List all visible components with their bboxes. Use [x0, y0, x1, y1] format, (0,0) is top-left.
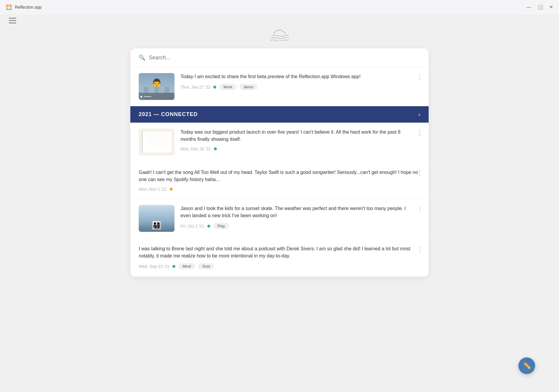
entry-3-meta: Mon, Nov 1 '21 [139, 187, 419, 192]
new-entry-fab[interactable]: ✏️ [518, 357, 535, 374]
entry-2-dots [419, 129, 420, 136]
entry-2-date: Mon, Dec 20 '21 [180, 146, 211, 151]
entry-4-date: Fri, Oct 1 '21 [180, 224, 204, 229]
hamburger-menu[interactable] [9, 18, 16, 23]
journal-card: 🔍 👨 ▶ ━━━━ [130, 48, 429, 277]
entry-1-content: Today I am excited to share the first be… [180, 73, 413, 90]
search-icon: 🔍 [139, 54, 145, 61]
entry-3-dots [419, 169, 420, 176]
journal-entry-3[interactable]: Gaah! I can't get the song All Too Well … [130, 162, 429, 199]
entry-4-content: Jason and I took the kids for a sunset s… [180, 205, 413, 229]
entry-5-dots [419, 245, 420, 252]
fab-icon: ✏️ [523, 362, 531, 370]
close-button[interactable]: ✕ [549, 5, 553, 10]
entry-3-content: Gaah! I can't get the song All Too Well … [139, 169, 419, 192]
entry-5-date: Wed, Sep 15 '21 [139, 264, 169, 269]
entry-3-text: Gaah! I can't get the song All Too Well … [139, 169, 419, 183]
hamburger-line-1 [9, 18, 16, 18]
journal-entry-1[interactable]: 👨 ▶ ━━━━ Today I am excited to share the… [130, 67, 429, 106]
entry-1-thumb-controls: ▶ ━━━━ [139, 93, 175, 100]
entry-5-meta: Wed, Sep 15 '21 Mind Soul [139, 263, 419, 269]
entry-1-dots [419, 73, 420, 80]
app-title: Reflection.app [15, 5, 42, 10]
title-bar-left: 🌅 Reflection.app [6, 4, 42, 10]
entry-3-inner: Gaah! I can't get the song All Too Well … [139, 169, 420, 192]
entry-1-tag-demo[interactable]: demo [240, 84, 258, 90]
entry-2-text: Today was our biggest product launch in … [180, 129, 413, 143]
entry-1-thumbnail: 👨 ▶ ━━━━ [139, 73, 175, 100]
entry-5-dot [172, 265, 175, 268]
maximize-button[interactable]: ⬜ [537, 5, 543, 10]
entry-5-inner: I was talking to Brene last night and sh… [139, 245, 420, 269]
search-input[interactable] [149, 55, 420, 61]
entry-1-dot [213, 86, 216, 89]
section-2021-title: 2021 — CONNECTED [139, 111, 198, 118]
entry-3-dot [170, 188, 173, 191]
section-2021-chevron: › [418, 111, 420, 118]
hamburger-line-3 [9, 23, 16, 23]
entry-2-dot [214, 147, 217, 150]
main-wrapper: 🔍 👨 ▶ ━━━━ [0, 14, 559, 392]
app-logo [268, 23, 291, 41]
minimize-button[interactable]: — [526, 5, 531, 10]
app-icon: 🌅 [6, 4, 12, 10]
entry-4-tag-play[interactable]: Play [213, 223, 229, 229]
entry-1-thumb-strip [139, 87, 175, 93]
journal-entry-5[interactable]: I was talking to Brene last night and sh… [130, 238, 429, 277]
entry-1-date: Thur, Jan 27 '22 [180, 85, 210, 89]
entry-4-text: Jason and I took the kids for a sunset s… [180, 205, 413, 219]
entry-2-content: Today was our biggest product launch in … [180, 129, 413, 151]
entry-1-meta: Thur, Jan 27 '22 Work demo [180, 84, 413, 90]
entry-3-date: Mon, Nov 1 '21 [139, 187, 167, 192]
entry-5-content: I was talking to Brene last night and sh… [139, 245, 419, 269]
entry-4-meta: Fri, Oct 1 '21 Play [180, 223, 413, 229]
section-2021-header[interactable]: 2021 — CONNECTED › [130, 106, 429, 123]
entry-2-meta: Mon, Dec 20 '21 [180, 146, 413, 151]
entry-5-text: I was talking to Brene last night and sh… [139, 245, 419, 260]
journal-entry-4[interactable]: Jason and I took the kids for a sunset s… [130, 199, 429, 238]
logo-area [268, 23, 291, 41]
entry-5-tag-mind[interactable]: Mind [178, 263, 195, 269]
entry-1-text: Today I am excited to share the first be… [180, 73, 413, 80]
entry-5-tag-soul[interactable]: Soul [198, 263, 214, 269]
hamburger-line-2 [9, 20, 16, 21]
search-bar: 🔍 [130, 48, 429, 67]
entry-2-thumbnail [139, 129, 175, 155]
entry-4-dots [419, 205, 420, 212]
journal-entry-2[interactable]: Today was our biggest product launch in … [130, 123, 429, 162]
entry-4-thumbnail [139, 205, 175, 232]
title-bar-controls: — ⬜ ✕ [526, 5, 553, 10]
title-bar: 🌅 Reflection.app — ⬜ ✕ [0, 0, 559, 14]
entry-1-tag-work[interactable]: Work [219, 84, 237, 90]
entry-4-dot [207, 225, 210, 228]
